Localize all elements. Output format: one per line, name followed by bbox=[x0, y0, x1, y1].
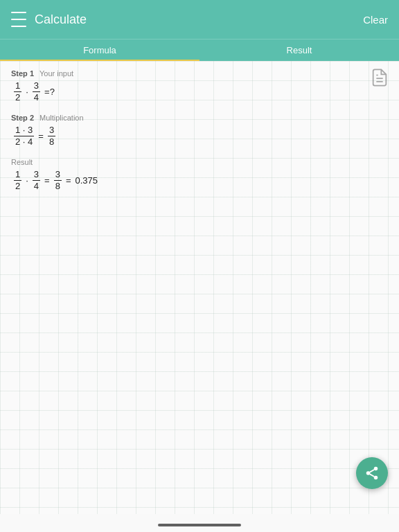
step1-fraction1: 1 2 bbox=[14, 80, 21, 103]
svg-line-6 bbox=[370, 470, 374, 472]
step2-fraction2: 3 8 bbox=[48, 125, 55, 147]
step1-op: · bbox=[26, 87, 28, 97]
result-block: Result 1 2 · 3 4 = 3 8 = 0.375 bbox=[11, 158, 388, 191]
svg-point-4 bbox=[374, 476, 378, 480]
svg-line-5 bbox=[370, 474, 374, 477]
step1-fraction2: 3 4 bbox=[33, 80, 40, 103]
step2-equals: = bbox=[38, 131, 44, 141]
step2-fraction1: 1 · 3 2 · 4 bbox=[14, 125, 34, 147]
result-equals2: = bbox=[66, 175, 71, 186]
result-fraction3: 3 8 bbox=[54, 169, 62, 191]
share-icon bbox=[364, 466, 380, 481]
result-fraction2: 3 4 bbox=[33, 169, 40, 191]
result-label: Result bbox=[11, 158, 388, 166]
app-title: Calculate bbox=[35, 12, 363, 27]
main-content: Step 1 Your input 1 2 · 3 4 =? Step 2 Mu… bbox=[0, 61, 399, 514]
svg-point-2 bbox=[374, 467, 378, 471]
menu-icon[interactable] bbox=[11, 12, 26, 27]
step1-block: Step 1 Your input 1 2 · 3 4 =? bbox=[11, 69, 388, 103]
step1-formula: 1 2 · 3 4 =? bbox=[14, 80, 388, 103]
result-formula: 1 2 · 3 4 = 3 8 = 0.375 bbox=[14, 169, 388, 191]
result-fraction1: 1 2 bbox=[14, 169, 21, 191]
result-decimal: 0.375 bbox=[76, 175, 98, 186]
clear-button[interactable]: Clear bbox=[363, 14, 388, 26]
step1-equals: =? bbox=[44, 87, 55, 97]
step2-block: Step 2 Multiplication 1 · 3 2 · 4 = 3 8 bbox=[11, 114, 388, 147]
result-equals1: = bbox=[44, 175, 50, 186]
tab-bar: Formula Result bbox=[0, 39, 399, 61]
tab-result[interactable]: Result bbox=[200, 39, 399, 61]
share-button[interactable] bbox=[356, 457, 388, 489]
result-op1: · bbox=[26, 175, 28, 186]
step2-formula: 1 · 3 2 · 4 = 3 8 bbox=[14, 125, 388, 147]
step2-label: Step 2 Multiplication bbox=[11, 114, 388, 122]
tab-formula[interactable]: Formula bbox=[0, 39, 200, 61]
step1-label: Step 1 Your input bbox=[11, 69, 388, 78]
svg-point-3 bbox=[366, 471, 371, 475]
app-header: Calculate Clear bbox=[0, 0, 399, 39]
home-indicator bbox=[158, 524, 241, 526]
save-icon[interactable] bbox=[370, 68, 389, 87]
